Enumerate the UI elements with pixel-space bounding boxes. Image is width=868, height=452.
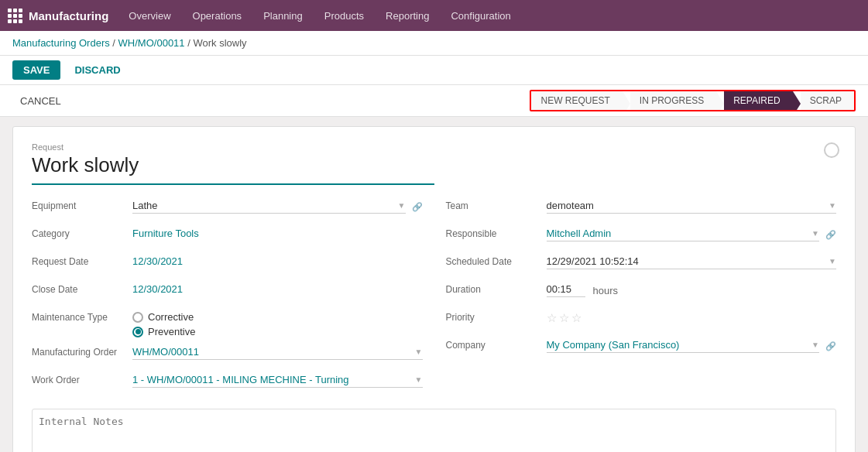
close-date-label: Close Date (32, 281, 132, 295)
duration-row: Duration 00:15 hours (446, 281, 837, 303)
priority-row: Priority ☆ ☆ ☆ (446, 309, 837, 330)
maintenance-type-radio-group: Corrective Preventive (132, 311, 195, 337)
status-bar-row: CANCEL NEW REQUEST IN PROGRESS REPAIRED … (0, 85, 868, 117)
request-date-row: Request Date 12/30/2021 (32, 253, 423, 275)
nav-overview[interactable]: Overview (119, 0, 180, 31)
work-order-label: Work Order (32, 372, 132, 385)
category-label: Category (32, 225, 132, 239)
work-order-field[interactable]: 1 - WH/MO/00011 - MILING MECHINE - Turni… (132, 374, 423, 388)
form-grid: Equipment Lathe ▼ 🔗 Category Furniture T… (32, 197, 836, 399)
equipment-row: Equipment Lathe ▼ 🔗 (32, 197, 423, 219)
app-logo[interactable]: Manufacturing (8, 9, 108, 23)
nav-operations[interactable]: Operations (184, 0, 252, 31)
team-row: Team demoteam ▼ (446, 197, 837, 219)
responsible-dropdown-icon: ▼ (811, 229, 819, 238)
responsible-label: Responsible (446, 225, 547, 239)
scheduled-date-field[interactable]: 12/29/2021 10:52:14 ▼ (547, 255, 837, 269)
breadcrumb-part1[interactable]: Manufacturing Orders (12, 37, 110, 49)
manufacturing-order-dropdown-icon: ▼ (415, 348, 423, 356)
dropdown-arrow-icon: ▼ (398, 201, 406, 210)
grid-icon (8, 9, 22, 23)
responsible-external-link-icon[interactable]: 🔗 (825, 230, 836, 240)
duration-value: 00:15 hours (547, 281, 837, 297)
responsible-row: Responsible Mitchell Admin ▼ 🔗 (446, 225, 837, 247)
nav-planning[interactable]: Planning (254, 0, 312, 31)
priority-label: Priority (446, 309, 547, 323)
company-external-link-icon[interactable]: 🔗 (825, 341, 836, 351)
duration-label: Duration (446, 281, 547, 295)
category-value[interactable]: Furniture Tools (132, 225, 423, 239)
duration-field[interactable]: 00:15 (547, 283, 585, 297)
radio-preventive-circle[interactable] (132, 327, 143, 337)
status-pipeline: NEW REQUEST IN PROGRESS REPAIRED SCRAP (530, 90, 856, 111)
breadcrumb-part3: Work slowly (193, 37, 246, 49)
responsible-field[interactable]: Mitchell Admin ▼ (547, 228, 820, 241)
status-new-request[interactable]: NEW REQUEST (531, 91, 622, 110)
maintenance-type-label: Maintenance Type (32, 309, 132, 323)
form-left-section: Equipment Lathe ▼ 🔗 Category Furniture T… (32, 197, 423, 399)
request-date-label: Request Date (32, 253, 132, 267)
form-card: Request Work slowly Equipment Lathe ▼ 🔗 (12, 126, 856, 452)
duration-suffix: hours (593, 285, 619, 296)
star-2[interactable]: ☆ (559, 311, 569, 325)
discard-button[interactable]: DISCARD (67, 60, 128, 80)
nav-configuration[interactable]: Configuration (441, 0, 520, 31)
nav-products[interactable]: Products (315, 0, 373, 31)
priority-stars: ☆ ☆ ☆ (547, 311, 582, 325)
app-name: Manufacturing (29, 9, 108, 22)
company-value: My Company (San Francisco) ▼ 🔗 (547, 337, 837, 353)
form-right-section: Team demoteam ▼ Responsible Mitchell Adm… (446, 197, 837, 399)
scheduled-date-value: 12/29/2021 10:52:14 ▼ (547, 253, 837, 269)
team-dropdown-icon: ▼ (829, 201, 836, 210)
scheduled-date-label: Scheduled Date (446, 253, 547, 267)
category-row: Category Furniture Tools (32, 225, 423, 247)
company-row: Company My Company (San Francisco) ▼ 🔗 (446, 337, 837, 358)
radio-corrective-circle[interactable] (132, 312, 143, 323)
work-order-value: 1 - WH/MO/00011 - MILING MECHINE - Turni… (132, 372, 423, 388)
close-date-row: Close Date 12/30/2021 (32, 281, 423, 303)
close-date-value[interactable]: 12/30/2021 (132, 281, 423, 295)
nav-reporting[interactable]: Reporting (376, 0, 438, 31)
form-title: Work slowly (32, 153, 434, 185)
manufacturing-order-label: Manufacturing Order (32, 344, 132, 358)
star-3[interactable]: ☆ (571, 311, 582, 325)
manufacturing-order-row: Manufacturing Order WH/MO/00011 ▼ (32, 344, 423, 365)
work-order-dropdown-icon: ▼ (415, 375, 423, 384)
cancel-button[interactable]: CANCEL (12, 91, 69, 111)
team-field[interactable]: demoteam ▼ (547, 200, 837, 214)
team-value: demoteam ▼ (547, 197, 837, 214)
save-button[interactable]: SAVE (12, 60, 60, 80)
equipment-external-link-icon[interactable]: 🔗 (412, 202, 423, 212)
radio-preventive-label: Preventive (148, 326, 195, 337)
scheduled-date-row: Scheduled Date 12/29/2021 10:52:14 ▼ (446, 253, 837, 275)
action-bar: SAVE DISCARD (0, 56, 868, 85)
company-dropdown-icon: ▼ (811, 341, 819, 349)
radio-corrective[interactable]: Corrective (132, 311, 195, 323)
responsible-value: Mitchell Admin ▼ 🔗 (547, 225, 837, 241)
status-scrap[interactable]: SCRAP (801, 91, 854, 110)
work-order-row: Work Order 1 - WH/MO/00011 - MILING MECH… (32, 372, 423, 393)
radio-preventive[interactable]: Preventive (132, 326, 195, 337)
priority-value: ☆ ☆ ☆ (547, 309, 837, 325)
radio-corrective-label: Corrective (148, 311, 194, 323)
section-label: Request (32, 142, 836, 152)
breadcrumb-part2[interactable]: WH/MO/00011 (118, 37, 185, 49)
scheduled-date-dropdown-icon: ▼ (829, 257, 836, 265)
top-navigation: Manufacturing Overview Operations Planni… (0, 0, 868, 31)
maintenance-type-row: Maintenance Type Corrective Preventive (32, 309, 423, 337)
manufacturing-order-field[interactable]: WH/MO/00011 ▼ (132, 346, 423, 360)
company-field[interactable]: My Company (San Francisco) ▼ (547, 339, 820, 353)
equipment-value: Lathe ▼ 🔗 (132, 197, 423, 214)
status-repaired[interactable]: REPAIRED (724, 91, 792, 110)
manufacturing-order-value: WH/MO/00011 ▼ (132, 344, 423, 360)
circle-toggle-button[interactable] (824, 142, 839, 158)
team-label: Team (446, 197, 547, 211)
equipment-label: Equipment (32, 197, 132, 211)
maintenance-type-value: Corrective Preventive (132, 309, 423, 337)
star-1[interactable]: ☆ (547, 311, 557, 325)
request-date-value[interactable]: 12/30/2021 (132, 253, 423, 267)
breadcrumb: Manufacturing Orders / WH/MO/00011 / Wor… (0, 31, 868, 56)
status-in-progress[interactable]: IN PROGRESS (630, 91, 716, 110)
internal-notes-field[interactable] (32, 409, 836, 452)
equipment-field[interactable]: Lathe ▼ (132, 200, 406, 214)
